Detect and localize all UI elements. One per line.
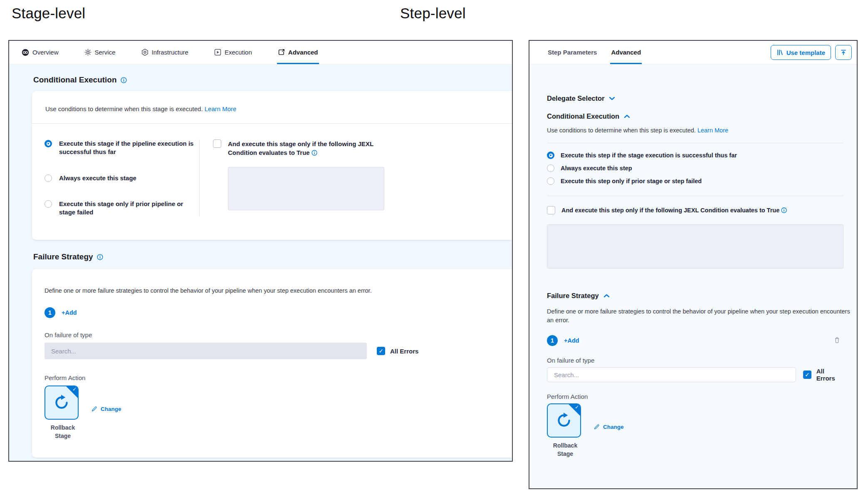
gear-icon: [84, 49, 91, 56]
chevron-up-icon: [624, 114, 630, 118]
failure-description: Define one or more failure strategies to…: [45, 287, 500, 294]
failure-strategy-card: Define one or more failure strategies to…: [32, 269, 512, 458]
tab-step-parameters[interactable]: Step Parameters: [547, 41, 598, 64]
pencil-icon: [594, 424, 600, 430]
all-errors-option: All Errors: [803, 368, 843, 382]
tab-label: Advanced: [288, 49, 318, 56]
radio-label: Always execute this stage: [59, 174, 136, 182]
stage-tab-bar: Overview Service Infrastructure Executio…: [9, 41, 512, 65]
radio-option: Always execute this stage: [45, 174, 194, 182]
tab-label: Advanced: [611, 49, 641, 56]
strategy-count-badge[interactable]: 1: [45, 307, 55, 318]
radio-option: Always execute this step: [547, 164, 843, 172]
tab-label: Overview: [32, 49, 59, 56]
heading-text: Failure Strategy: [33, 252, 93, 261]
radio-option: Execute this stage if the pipeline execu…: [45, 139, 194, 157]
jexl-label: And execute this stage only if the follo…: [228, 139, 381, 157]
section-title: Delegate Selector: [547, 95, 604, 102]
add-strategy-button[interactable]: +Add: [564, 337, 579, 344]
conditional-execution-section[interactable]: Conditional Execution: [547, 112, 843, 120]
radio-label: Always execute this step: [561, 165, 632, 172]
failure-strategy-section[interactable]: Failure Strategy: [547, 292, 843, 300]
tab-execution[interactable]: Execution: [213, 41, 253, 64]
all-errors-checkbox[interactable]: [377, 347, 385, 355]
add-strategy-button[interactable]: +Add: [62, 309, 77, 316]
info-icon[interactable]: [97, 254, 103, 260]
stage-advanced-content: Conditional Execution Use conditions to …: [9, 65, 512, 461]
radio-button[interactable]: [45, 174, 52, 182]
radio-button[interactable]: [45, 140, 52, 147]
tab-service[interactable]: Service: [84, 41, 116, 64]
jexl-condition-input[interactable]: [228, 167, 384, 210]
jexl-checkbox[interactable]: [547, 206, 555, 214]
perform-action-label: Perform Action: [547, 393, 843, 400]
tab-overview[interactable]: Overview: [21, 41, 59, 64]
step-advanced-content: Delegate Selector Conditional Execution …: [529, 65, 857, 488]
perform-action-label: Perform Action: [45, 374, 500, 381]
learn-more-link[interactable]: Learn More: [697, 127, 728, 134]
description-text: Use conditions to determine when this st…: [45, 105, 203, 112]
hexagon-icon: [141, 49, 148, 56]
action-name: Rollback Stage: [45, 424, 81, 440]
on-failure-label: On failure of type: [45, 331, 500, 338]
all-errors-checkbox[interactable]: [803, 371, 811, 379]
action-name: Rollback Stage: [547, 442, 584, 458]
learn-more-link[interactable]: Learn More: [205, 105, 237, 112]
tab-label: Execution: [225, 49, 252, 56]
radio-label: Execute this step if the stage execution…: [561, 152, 737, 159]
heading-text: Conditional Execution: [33, 75, 117, 85]
check-icon: ✓: [72, 386, 77, 392]
conditional-execution-card: Use conditions to determine when this st…: [32, 91, 512, 240]
use-template-button[interactable]: Use template: [771, 45, 831, 60]
tab-label: Infrastructure: [152, 49, 188, 56]
change-label: Change: [603, 424, 624, 430]
delegate-selector-section[interactable]: Delegate Selector: [547, 95, 843, 102]
rollback-stage-action-tile[interactable]: ✓: [547, 403, 581, 438]
upload-template-icon: [840, 49, 847, 56]
tab-infrastructure[interactable]: Infrastructure: [141, 41, 189, 64]
radio-label: Execute this step only if prior stage or…: [561, 178, 702, 184]
change-action-link[interactable]: Change: [594, 416, 624, 438]
all-errors-label: All Errors: [390, 348, 418, 355]
radio-button[interactable]: [547, 152, 554, 159]
change-action-link[interactable]: Change: [91, 398, 121, 420]
description-text: Use conditions to determine when this st…: [547, 127, 696, 134]
info-icon[interactable]: [121, 77, 127, 83]
jexl-condition-row: And execute this stage only if the follo…: [213, 139, 381, 157]
step-level-title: Step-level: [400, 5, 466, 22]
tab-advanced[interactable]: Advanced: [610, 41, 642, 64]
section-title: Conditional Execution: [547, 112, 619, 120]
condition-options: Execute this step if the stage execution…: [547, 152, 843, 185]
info-icon[interactable]: [781, 207, 787, 213]
tab-label: Service: [95, 49, 116, 56]
delete-strategy-button[interactable]: [834, 337, 840, 345]
stage-panel: Overview Service Infrastructure Executio…: [8, 40, 513, 462]
change-label: Change: [101, 406, 121, 412]
failure-type-search-input[interactable]: [45, 343, 367, 359]
jexl-condition-input[interactable]: [547, 224, 843, 269]
radio-button[interactable]: [547, 177, 554, 185]
jexl-checkbox[interactable]: [213, 139, 221, 148]
info-icon[interactable]: [312, 150, 317, 156]
tab-label: Step Parameters: [548, 49, 597, 56]
failure-type-search-input[interactable]: [547, 367, 796, 382]
rollback-stage-action-tile[interactable]: ✓: [45, 386, 79, 420]
radio-option: Execute this stage only if prior pipelin…: [45, 200, 194, 217]
jexl-label: And execute this step only if the follow…: [561, 207, 787, 214]
use-template-label: Use template: [786, 49, 825, 56]
vertical-divider: [199, 139, 200, 216]
condition-options: Execute this stage if the pipeline execu…: [45, 139, 199, 216]
pencil-icon: [91, 406, 97, 412]
radio-button[interactable]: [45, 200, 52, 208]
all-errors-option: All Errors: [377, 347, 418, 355]
step-tab-bar: Step Parameters Advanced Use template: [529, 41, 857, 65]
radio-button[interactable]: [547, 164, 554, 172]
save-as-template-button[interactable]: [835, 45, 852, 60]
failure-strategy-heading: Failure Strategy: [33, 252, 512, 261]
tab-advanced[interactable]: Advanced: [277, 41, 319, 64]
chevron-down-icon: [609, 97, 615, 100]
step-panel: Step Parameters Advanced Use template De…: [529, 40, 858, 489]
radio-option: Execute this step only if prior stage or…: [547, 177, 843, 185]
strategy-count-badge[interactable]: 1: [547, 335, 558, 346]
jexl-condition-row: And execute this step only if the follow…: [547, 206, 843, 214]
